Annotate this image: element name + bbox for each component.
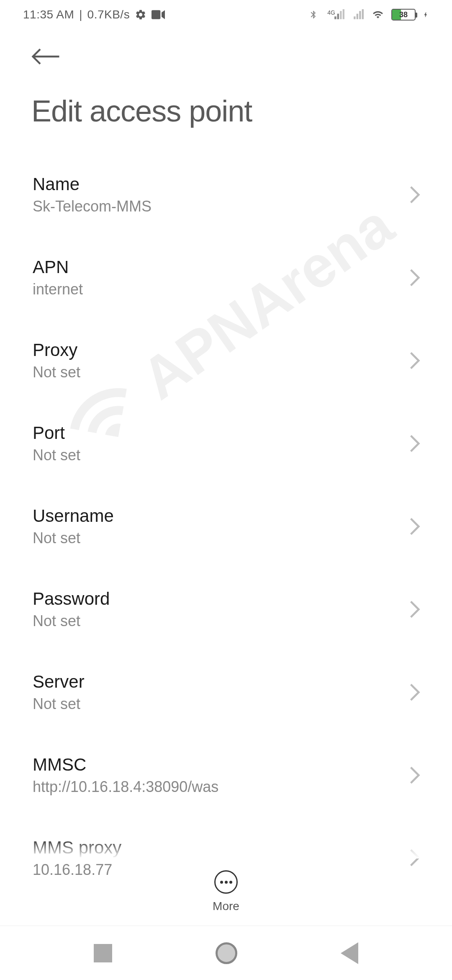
nav-recent-icon[interactable] <box>94 944 112 962</box>
more-dot <box>220 881 223 884</box>
setting-label: Name <box>33 174 401 194</box>
wifi-icon <box>371 9 385 20</box>
status-right: 4G 38 <box>309 9 429 21</box>
signal-icon-2 <box>352 9 365 20</box>
chevron-right-icon <box>409 433 421 454</box>
setting-label: Port <box>33 423 401 443</box>
setting-item-password[interactable]: Password Not set <box>0 568 452 651</box>
setting-item-proxy[interactable]: Proxy Not set <box>0 319 452 402</box>
setting-value: Not set <box>33 695 401 713</box>
setting-value: Not set <box>33 446 401 464</box>
chevron-right-icon <box>409 599 421 619</box>
camera-icon <box>152 10 165 20</box>
status-speed: 0.7KB/s <box>87 8 130 21</box>
setting-label: APN <box>33 257 401 277</box>
more-dot <box>229 881 232 884</box>
setting-value: http://10.16.18.4:38090/was <box>33 778 401 796</box>
page-title: Edit access point <box>0 81 452 153</box>
signal-4g-label: 4G <box>327 9 335 16</box>
app-bar <box>0 29 452 81</box>
signal-4g-group: 4G <box>325 9 345 20</box>
setting-value: Not set <box>33 612 401 630</box>
battery-pct: 38 <box>392 10 415 19</box>
status-bar: 11:35 AM | 0.7KB/s 4G 38 <box>0 0 452 29</box>
nav-back-icon[interactable] <box>341 942 358 964</box>
more-label: More <box>213 900 239 913</box>
setting-value: 10.16.18.77 <box>33 861 401 878</box>
back-icon[interactable] <box>31 46 61 67</box>
more-dot <box>225 881 228 884</box>
settings-list[interactable]: Name Sk-Telecom-MMS APN internet Proxy N… <box>0 153 452 878</box>
setting-value: Not set <box>33 529 401 547</box>
setting-value: Not set <box>33 364 401 381</box>
status-time: 11:35 AM <box>23 8 74 21</box>
navigation-bar <box>0 926 452 980</box>
nav-home-icon[interactable] <box>216 942 237 964</box>
setting-value: internet <box>33 281 401 298</box>
setting-value: Sk-Telecom-MMS <box>33 198 401 215</box>
setting-item-mmsc[interactable]: MMSC http://10.16.18.4:38090/was <box>0 734 452 817</box>
setting-label: MMSC <box>33 755 401 775</box>
chevron-right-icon <box>409 351 421 371</box>
svg-rect-0 <box>152 10 160 19</box>
chevron-right-icon <box>409 682 421 702</box>
setting-item-username[interactable]: Username Not set <box>0 485 452 568</box>
setting-item-name[interactable]: Name Sk-Telecom-MMS <box>0 153 452 236</box>
status-separator: | <box>79 8 82 21</box>
status-left: 11:35 AM | 0.7KB/s <box>23 8 165 21</box>
setting-item-port[interactable]: Port Not set <box>0 402 452 485</box>
scroll-fade <box>0 838 452 859</box>
battery-indicator: 38 <box>391 9 416 21</box>
charging-bolt-icon <box>422 10 429 20</box>
setting-item-server[interactable]: Server Not set <box>0 651 452 734</box>
setting-label: Username <box>33 506 401 526</box>
bluetooth-icon <box>309 9 318 21</box>
setting-label: Password <box>33 589 401 609</box>
setting-label: Server <box>33 672 401 692</box>
setting-label: Proxy <box>33 340 401 360</box>
gear-icon <box>135 9 146 21</box>
setting-item-apn[interactable]: APN internet <box>0 236 452 319</box>
chevron-right-icon <box>409 765 421 785</box>
chevron-right-icon <box>409 185 421 205</box>
chevron-right-icon <box>409 268 421 288</box>
chevron-right-icon <box>409 516 421 536</box>
